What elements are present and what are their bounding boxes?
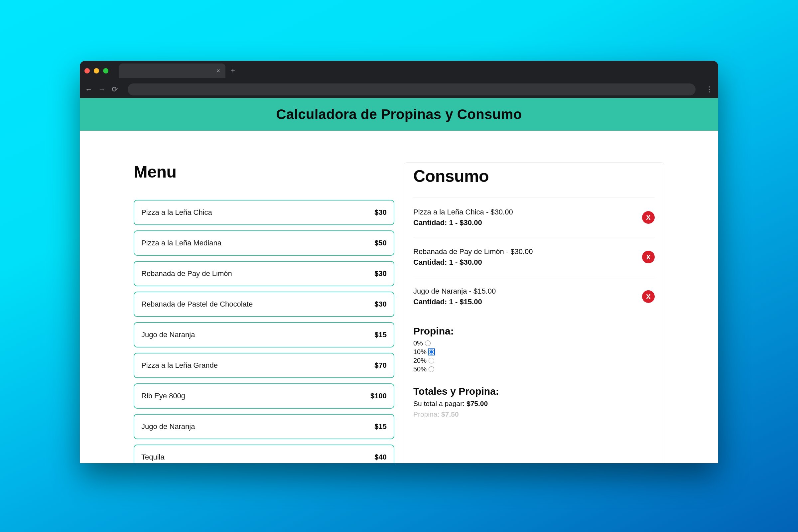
menu-item[interactable]: Jugo de Naranja$15 <box>134 414 394 439</box>
menu-item-price: $100 <box>370 392 387 400</box>
remove-item-button[interactable]: X <box>642 290 655 303</box>
order-list: Pizza a la Leña Chica - $30.00Cantidad: … <box>413 197 655 316</box>
tip-option-label: 20% <box>413 357 426 364</box>
menu-item[interactable]: Pizza a la Leña Chica$30 <box>134 200 394 225</box>
address-bar[interactable] <box>128 83 696 95</box>
window-close-dot[interactable] <box>84 68 90 74</box>
tip-option[interactable]: 10% <box>413 348 655 356</box>
order-item-line1: Jugo de Naranja - $15.00 <box>413 287 496 296</box>
menu-item[interactable]: Pizza a la Leña Grande$70 <box>134 353 394 378</box>
order-item-line1: Pizza a la Leña Chica - $30.00 <box>413 208 513 216</box>
menu-item-price: $50 <box>374 239 387 247</box>
menu-item-name: Tequila <box>141 453 165 461</box>
menu-item-name: Rib Eye 800g <box>141 392 185 400</box>
tip-option[interactable]: 20% <box>413 357 655 364</box>
order-item-line2: Cantidad: 1 - $30.00 <box>413 218 513 227</box>
order-item: Jugo de Naranja - $15.00Cantidad: 1 - $1… <box>413 277 655 316</box>
order-item-text: Pizza a la Leña Chica - $30.00Cantidad: … <box>413 208 513 227</box>
menu-item-name: Rebanada de Pastel de Chocolate <box>141 300 253 308</box>
close-tab-icon[interactable]: × <box>216 68 220 75</box>
menu-column: Menu Pizza a la Leña Chica$30Pizza a la … <box>134 162 394 463</box>
menu-item-price: $40 <box>374 453 387 461</box>
kebab-menu-icon[interactable]: ⋮ <box>706 85 713 94</box>
tip-option[interactable]: 50% <box>413 365 655 373</box>
tip-radio[interactable] <box>425 341 431 346</box>
total-prefix: Su total a pagar: <box>413 400 467 407</box>
totals-heading: Totales y Propina: <box>413 386 655 397</box>
order-item-text: Rebanada de Pay de Limón - $30.00Cantida… <box>413 247 533 267</box>
menu-item-name: Jugo de Naranja <box>141 422 195 431</box>
menu-list: Pizza a la Leña Chica$30Pizza a la Leña … <box>134 200 394 463</box>
total-value: $75.00 <box>467 400 488 407</box>
tip-amount-label: Propina: <box>413 410 441 418</box>
reload-icon[interactable]: ⟳ <box>112 85 118 94</box>
order-item: Rebanada de Pay de Limón - $30.00Cantida… <box>413 237 655 277</box>
tip-radio[interactable] <box>429 358 434 363</box>
forward-icon[interactable]: → <box>98 85 106 94</box>
remove-item-button[interactable]: X <box>642 251 655 263</box>
menu-item-price: $30 <box>374 208 387 217</box>
tip-heading: Propina: <box>413 325 655 337</box>
menu-item-price: $70 <box>374 361 387 370</box>
order-panel: Consumo Pizza a la Leña Chica - $30.00Ca… <box>404 162 664 463</box>
order-item: Pizza a la Leña Chica - $30.00Cantidad: … <box>413 197 655 237</box>
menu-item-price: $30 <box>374 300 387 308</box>
menu-item-name: Rebanada de Pay de Limón <box>141 269 232 278</box>
order-item-line1: Rebanada de Pay de Limón - $30.00 <box>413 247 533 256</box>
menu-item-name: Pizza a la Leña Chica <box>141 208 212 217</box>
menu-item-price: $15 <box>374 330 387 339</box>
menu-item-name: Pizza a la Leña Grande <box>141 361 218 370</box>
window-minimize-dot[interactable] <box>94 68 99 74</box>
back-icon[interactable]: ← <box>85 85 92 94</box>
menu-item[interactable]: Rebanada de Pay de Limón$30 <box>134 261 394 286</box>
remove-item-button[interactable]: X <box>642 211 655 224</box>
menu-item-price: $15 <box>374 422 387 431</box>
tip-option[interactable]: 0% <box>413 340 655 347</box>
order-item-line2: Cantidad: 1 - $30.00 <box>413 258 533 267</box>
browser-window: × + ← → ⟳ ⋮ Calculadora de Propinas y Co… <box>80 61 718 463</box>
tip-option-label: 50% <box>413 365 426 373</box>
page-title: Calculadora de Propinas y Consumo <box>80 107 718 122</box>
menu-item[interactable]: Jugo de Naranja$15 <box>134 322 394 347</box>
totals-block: Su total a pagar: $75.00 Propina: $7.50 <box>413 400 655 418</box>
menu-item-name: Jugo de Naranja <box>141 330 195 339</box>
window-maximize-dot[interactable] <box>103 68 108 74</box>
total-line: Su total a pagar: $75.00 <box>413 400 655 407</box>
menu-item[interactable]: Rib Eye 800g$100 <box>134 383 394 408</box>
order-item-text: Jugo de Naranja - $15.00Cantidad: 1 - $1… <box>413 287 496 306</box>
tip-option-label: 0% <box>413 340 423 347</box>
tip-amount-line: Propina: $7.50 <box>413 410 655 418</box>
menu-item-price: $30 <box>374 269 387 278</box>
menu-item[interactable]: Rebanada de Pastel de Chocolate$30 <box>134 291 394 317</box>
tip-option-label: 10% <box>413 348 426 356</box>
browser-tab[interactable]: × <box>119 63 225 78</box>
hero-banner: Calculadora de Propinas y Consumo <box>80 98 718 131</box>
browser-toolbar: ← → ⟳ ⋮ <box>80 81 718 98</box>
page-content: Calculadora de Propinas y Consumo Menu P… <box>80 98 718 463</box>
menu-item[interactable]: Tequila$40 <box>134 444 394 463</box>
menu-heading: Menu <box>134 162 394 182</box>
menu-item-name: Pizza a la Leña Mediana <box>141 239 222 247</box>
tip-amount-value: $7.50 <box>441 410 459 418</box>
tip-options: 0%10%20%50% <box>413 340 655 373</box>
tip-radio[interactable] <box>429 366 434 372</box>
titlebar: × + <box>80 61 718 81</box>
tip-radio[interactable] <box>429 349 434 355</box>
order-item-line2: Cantidad: 1 - $15.00 <box>413 298 496 306</box>
menu-item[interactable]: Pizza a la Leña Mediana$50 <box>134 230 394 256</box>
order-heading: Consumo <box>413 167 655 186</box>
new-tab-icon[interactable]: + <box>231 66 235 75</box>
